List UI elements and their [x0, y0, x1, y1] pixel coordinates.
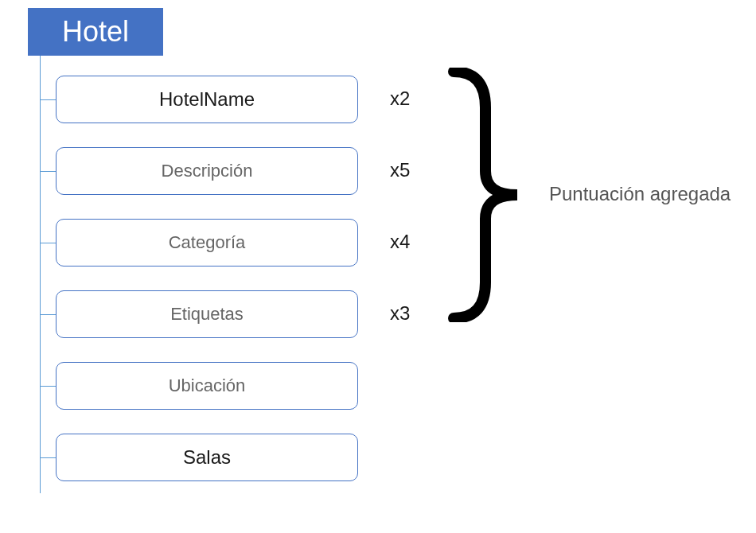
field-node-categoria: Categoría — [56, 219, 358, 266]
tree-connector-5 — [40, 386, 56, 387]
tree-connector-1 — [40, 99, 56, 100]
multiplier-categoria: x4 — [390, 231, 410, 253]
field-node-salas: Salas — [56, 434, 358, 481]
aggregate-score-label: Puntuación agregada — [549, 183, 731, 205]
tree-connector-6 — [40, 457, 56, 458]
field-label: Descripción — [162, 161, 253, 181]
tree-connector-4 — [40, 314, 56, 315]
multiplier-descripcion: x5 — [390, 159, 410, 181]
curly-brace-icon — [446, 68, 541, 322]
field-label: Salas — [183, 446, 231, 469]
multiplier-etiquetas: x3 — [390, 302, 410, 325]
tree-connector-2 — [40, 171, 56, 172]
field-label: HotelName — [159, 88, 255, 111]
tree-connector-3 — [40, 243, 56, 243]
root-node-hotel: Hotel — [28, 8, 163, 56]
field-node-ubicacion: Ubicación — [56, 362, 358, 410]
field-label: Categoría — [169, 232, 246, 253]
field-label: Ubicación — [169, 375, 246, 396]
field-node-etiquetas: Etiquetas — [56, 290, 358, 338]
tree-line-main-vertical — [40, 56, 41, 493]
field-node-hotelname: HotelName — [56, 76, 358, 123]
field-node-descripcion: Descripción — [56, 147, 358, 195]
multiplier-hotelname: x2 — [390, 88, 410, 110]
field-label: Etiquetas — [170, 304, 244, 325]
root-label: Hotel — [62, 15, 129, 49]
